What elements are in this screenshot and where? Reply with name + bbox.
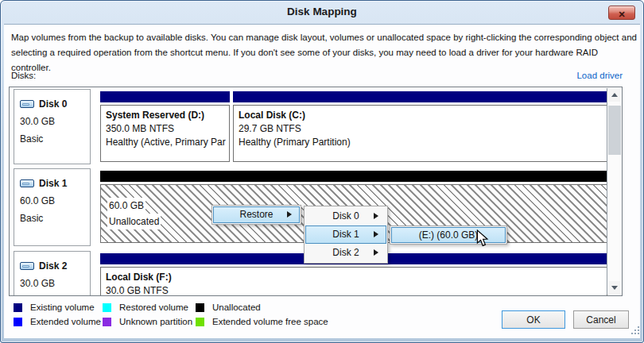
disk-title: Disk 2: [20, 257, 84, 275]
submenu-panel: Disk 0 Disk 1 Disk 2: [304, 206, 388, 264]
partition-name: Local Disk (F:): [106, 270, 602, 284]
menu-item-label: Restore: [239, 209, 273, 220]
menu-item-disk1[interactable]: Disk 1: [305, 225, 386, 244]
disk-name: Disk 0: [39, 95, 67, 113]
disk-size: 60.0 GB: [20, 192, 84, 210]
legend-label: Restored volume: [119, 303, 188, 313]
partition-color-bar: [100, 171, 607, 182]
legend-unallocated: Unallocated: [196, 303, 261, 313]
legend-unknown-partition: Unknown partition: [103, 317, 196, 327]
disk-name: Disk 2: [39, 257, 67, 275]
legend-label: Unallocated: [212, 303, 261, 313]
dialog-content: Map volumes from the backup to available…: [4, 24, 640, 338]
close-icon: ✕: [618, 10, 625, 19]
legend-row-1: Existing volume Restored volume Unalloca…: [14, 303, 261, 313]
existing-volume-swatch: [14, 303, 22, 312]
disk-name: Disk 1: [39, 175, 67, 192]
partition-details: Local Disk (C:) 29.7 GB NTFS Healthy (Pr…: [233, 105, 607, 162]
partition-name: Local Disk (C:): [239, 108, 602, 122]
scroll-up-button[interactable]: [608, 88, 621, 102]
legend-label: Extended volume: [30, 317, 101, 327]
submenu-arrow-icon: [374, 213, 378, 219]
partition-system-reserved[interactable]: System Reserved (D:) 350.0 MB NTFS Healt…: [100, 89, 230, 164]
menu-item-disk0[interactable]: Disk 0: [305, 207, 386, 225]
disk-title: Disk 1: [20, 175, 84, 192]
disk-size: 30.0 GB: [20, 275, 84, 292]
disk-list-scrollbar[interactable]: [607, 88, 621, 295]
context-menu-panel: Restore: [211, 205, 301, 225]
disk-title: Disk 0: [20, 95, 84, 113]
scroll-down-button[interactable]: [608, 281, 621, 295]
submenu-panel: (E:) (60.0 GB): [390, 225, 507, 245]
legend-existing-volume: Existing volume: [14, 303, 103, 313]
disk-list: Disk 0 30.0 GB Basic System Reserved (D:…: [9, 87, 623, 296]
disk-row-0: Disk 0 30.0 GB Basic System Reserved (D:…: [14, 89, 602, 164]
submenu-arrow-icon: [374, 231, 378, 237]
partition-color-bar: [233, 91, 607, 102]
partition-size: 350.0 MB NTFS: [106, 122, 224, 136]
partition-size: 30.0 GB NTFS: [106, 284, 602, 296]
unknown-partition-swatch: [103, 318, 111, 326]
partition-details: System Reserved (D:) 350.0 MB NTFS Healt…: [100, 105, 230, 162]
window-title: Disk Mapping: [1, 1, 643, 23]
load-driver-link[interactable]: Load driver: [576, 71, 623, 80]
disk-mapping-dialog: Disk Mapping ✕ Map volumes from the back…: [0, 0, 644, 343]
legend-label: Unknown partition: [119, 317, 192, 327]
legend-restored-volume: Restored volume: [103, 303, 196, 313]
legend-extended-free-space: Extended volume free space: [196, 317, 328, 327]
unallocated-size: 60.0 GB: [107, 198, 145, 214]
unallocated-label: Unallocated: [107, 214, 161, 229]
partition-details: Local Disk (F:) 30.0 GB NTFS: [100, 267, 607, 296]
legend-label: Extended volume free space: [212, 317, 328, 327]
partition-area-0: System Reserved (D:) 350.0 MB NTFS Healt…: [100, 89, 602, 164]
disk-info-1[interactable]: Disk 1 60.0 GB Basic: [14, 168, 91, 246]
unallocated-swatch: [196, 303, 204, 312]
menu-item-label: Disk 2: [332, 247, 359, 258]
resize-grip[interactable]: [631, 333, 633, 334]
partition-status: Healthy (Active, Primary Par: [106, 136, 224, 149]
legend-label: Existing volume: [30, 303, 95, 313]
disk-size: 30.0 GB: [20, 113, 84, 130]
partition-local-disk-c[interactable]: Local Disk (C:) 29.7 GB NTFS Healthy (Pr…: [233, 89, 607, 164]
menu-item-disk2[interactable]: Disk 2: [305, 244, 386, 262]
unallocated-details: 60.0 GB Unallocated: [107, 198, 161, 229]
submenu-arrow-icon: [374, 249, 378, 256]
menu-item-label: Disk 1: [332, 229, 359, 240]
legend-row-2: Extended volume Unknown partition Extend…: [14, 317, 328, 327]
disk-info-2[interactable]: Disk 2 30.0 GB Basic: [14, 251, 91, 296]
disk-info-0[interactable]: Disk 0 30.0 GB Basic: [14, 89, 91, 164]
extended-free-space-swatch: [196, 318, 204, 326]
disk-type: Basic: [20, 210, 84, 227]
context-menu: Restore: [211, 205, 301, 225]
description-text: Map volumes from the backup to available…: [11, 30, 638, 75]
disks-label: Disks:: [11, 71, 36, 80]
partition-size: 29.7 GB NTFS: [239, 122, 602, 136]
title-bar[interactable]: Disk Mapping ✕: [1, 1, 643, 24]
legend-extended-volume: Extended volume: [14, 317, 103, 327]
disk-icon: [20, 100, 34, 108]
disk-icon: [20, 262, 34, 270]
restored-volume-swatch: [103, 303, 111, 312]
ok-button[interactable]: OK: [502, 310, 565, 329]
partition-name: System Reserved (D:): [106, 108, 224, 122]
partition-color-bar: [100, 91, 230, 102]
scroll-up-icon: [611, 93, 618, 97]
context-submenu-disks: Disk 0 Disk 1 Disk 2: [304, 206, 388, 264]
scrollbar-thumb[interactable]: [608, 106, 621, 155]
cancel-button[interactable]: Cancel: [573, 310, 629, 329]
menu-item-label: Disk 0: [332, 210, 359, 222]
scroll-down-icon: [611, 286, 618, 290]
context-submenu-target: (E:) (60.0 GB): [390, 225, 507, 245]
menu-item-label: (E:) (60.0 GB): [419, 229, 479, 241]
extended-volume-swatch: [14, 318, 22, 326]
disk-icon: [20, 179, 34, 187]
mouse-cursor: [476, 229, 489, 251]
submenu-arrow-icon: [287, 211, 292, 218]
disk-type: Basic: [20, 292, 84, 296]
menu-item-restore[interactable]: Restore: [213, 206, 300, 223]
partition-status: Healthy (Primary Partition): [239, 136, 602, 149]
close-button[interactable]: ✕: [608, 6, 635, 20]
disk-type: Basic: [20, 130, 84, 148]
